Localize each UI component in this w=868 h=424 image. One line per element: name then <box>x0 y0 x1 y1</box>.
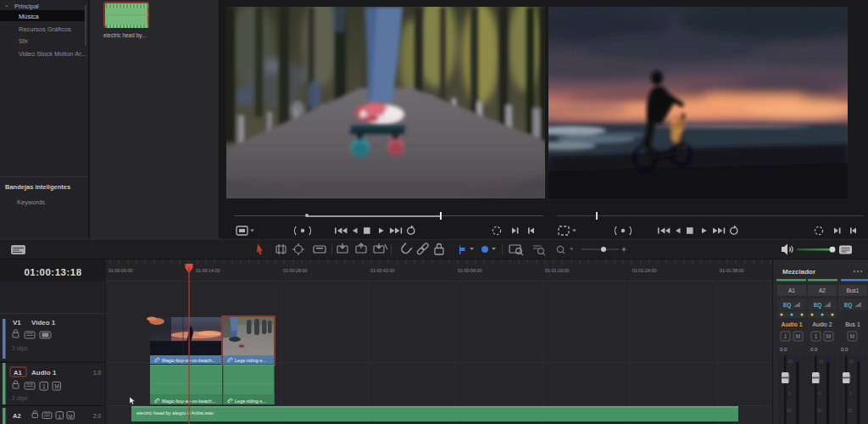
svg-text:10: 10 <box>788 360 793 364</box>
svg-text:0.0: 0.0 <box>780 347 787 352</box>
svg-text:Video 1: Video 1 <box>31 319 56 326</box>
svg-text:1.0: 1.0 <box>93 370 101 376</box>
svg-text:10: 10 <box>849 360 854 364</box>
svg-text:10: 10 <box>848 409 853 413</box>
svg-text:Bus1: Bus1 <box>847 287 860 293</box>
svg-text:1: 1 <box>42 383 46 389</box>
svg-text:Audio 1: Audio 1 <box>31 369 57 377</box>
svg-text:0.0: 0.0 <box>810 347 818 352</box>
svg-text:01:00:00:00: 01:00:00:00 <box>108 268 132 273</box>
svg-text:10: 10 <box>787 409 792 413</box>
svg-text:01:01:10:00: 01:01:10:00 <box>545 268 569 273</box>
svg-text:01:01:24:00: 01:01:24:00 <box>632 268 656 273</box>
svg-text:Legs-riding-s...: Legs-riding-s... <box>235 399 266 404</box>
svg-text:M: M <box>826 333 831 339</box>
svg-text:A2: A2 <box>13 412 21 420</box>
svg-text:Bus 1: Bus 1 <box>845 321 860 327</box>
svg-text:A2: A2 <box>819 287 826 293</box>
svg-text:01:00:28:00: 01:00:28:00 <box>283 268 307 273</box>
svg-text:0.0: 0.0 <box>841 347 849 352</box>
svg-text:2.0: 2.0 <box>93 413 101 419</box>
svg-text:1: 1 <box>815 333 818 339</box>
svg-text:M: M <box>69 414 73 419</box>
svg-text:1: 1 <box>784 333 787 339</box>
svg-text:M: M <box>55 383 59 389</box>
svg-text:A1: A1 <box>14 369 22 377</box>
svg-text:Audio 1: Audio 1 <box>782 321 803 327</box>
svg-text:EQ: EQ <box>783 302 791 309</box>
svg-text:M: M <box>850 333 854 339</box>
svg-text:01:00:56:00: 01:00:56:00 <box>458 268 481 273</box>
svg-text:3 clips: 3 clips <box>12 345 28 352</box>
svg-text:01:00:14:00: 01:00:14:00 <box>196 268 220 273</box>
svg-text:EQ: EQ <box>814 302 821 309</box>
svg-text:V1: V1 <box>13 319 21 326</box>
svg-text:10: 10 <box>817 409 822 413</box>
svg-text:01:00:42:00: 01:00:42:00 <box>370 268 394 273</box>
svg-text:2 clips: 2 clips <box>12 395 28 402</box>
svg-text:electric head by alegro d Artl: electric head by alegro d Artlist.wav <box>136 410 214 416</box>
svg-text:M: M <box>796 333 800 339</box>
svg-text:Audio 2: Audio 2 <box>812 321 832 327</box>
svg-text:Legs-riding-s...: Legs-riding-s... <box>235 358 266 363</box>
svg-text:01:01:38:00: 01:01:38:00 <box>720 268 743 273</box>
svg-text:A1: A1 <box>788 287 795 293</box>
svg-text:1: 1 <box>58 414 62 419</box>
svg-text:EQ: EQ <box>844 302 852 309</box>
svg-text:10: 10 <box>819 360 824 364</box>
svg-text:Mezclador: Mezclador <box>782 268 815 276</box>
